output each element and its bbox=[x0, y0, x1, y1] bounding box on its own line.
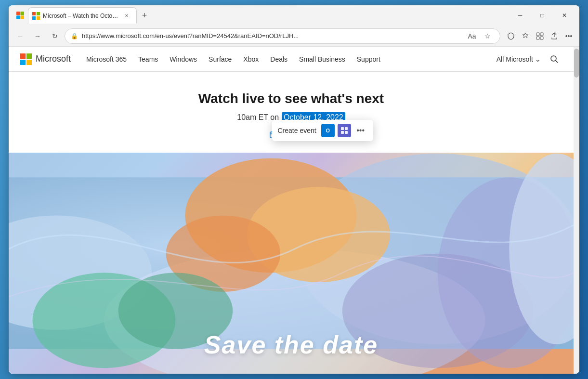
svg-rect-12 bbox=[540, 37, 543, 39]
collections-icon bbox=[536, 32, 544, 40]
shield-icon bbox=[507, 32, 515, 40]
svg-rect-8 bbox=[37, 16, 40, 20]
search-button[interactable] bbox=[547, 52, 562, 67]
logo-blue bbox=[20, 60, 26, 65]
microsoft-name: Microsoft bbox=[36, 54, 71, 64]
scrollbar-thumb[interactable] bbox=[574, 49, 579, 78]
refresh-button[interactable]: ↻ bbox=[47, 28, 63, 44]
tab-title: Microsoft – Watch the October bbox=[43, 13, 120, 19]
address-bar: ← → ↻ 🔒 https://www.microsoft.com/en-us/… bbox=[9, 26, 579, 47]
hero-title: Watch live to see what's next bbox=[20, 91, 562, 106]
logo-green bbox=[26, 53, 32, 59]
share-icon bbox=[550, 32, 558, 40]
hero-image: Save the date bbox=[9, 153, 574, 374]
hero-background: Save the date bbox=[9, 153, 574, 374]
svg-rect-11 bbox=[536, 37, 539, 39]
logo-yellow bbox=[26, 60, 32, 65]
share-button[interactable] bbox=[548, 29, 561, 43]
hero-section: Watch live to see what's next 10am ET on… bbox=[9, 72, 574, 153]
nav-smallbusiness[interactable]: Small Business bbox=[295, 53, 349, 65]
nav-support[interactable]: Support bbox=[353, 53, 384, 65]
microsoft-logo[interactable]: Microsoft bbox=[20, 53, 71, 65]
svg-rect-5 bbox=[32, 12, 36, 15]
nav-deals[interactable]: Deals bbox=[266, 53, 291, 65]
nav-microsoft365[interactable]: Microsoft 365 bbox=[82, 53, 131, 65]
active-tab[interactable]: Microsoft – Watch the October ✕ bbox=[28, 7, 137, 24]
all-microsoft-link[interactable]: All Microsoft ⌄ bbox=[497, 55, 541, 63]
tab-bar: Microsoft – Watch the October ✕ + bbox=[13, 5, 507, 26]
scrollbar-track[interactable] bbox=[574, 47, 579, 374]
outlook-calendar-button[interactable]: O bbox=[321, 124, 335, 137]
svg-rect-22 bbox=[345, 131, 348, 134]
svg-rect-7 bbox=[32, 16, 36, 20]
teams-calendar-button[interactable] bbox=[338, 124, 351, 137]
context-menu-label: Create event bbox=[278, 127, 316, 134]
maximize-button[interactable]: □ bbox=[531, 8, 553, 23]
chevron-down-icon: ⌄ bbox=[535, 55, 541, 63]
url-icons: Aa ☆ bbox=[465, 29, 494, 43]
page-content: Microsoft Microsoft 365 Teams Windows Su… bbox=[9, 47, 574, 374]
url-text: https://www.microsoft.com/en-us/event?ra… bbox=[82, 32, 461, 39]
browser-window: Microsoft – Watch the October ✕ + ─ □ ✕ … bbox=[9, 5, 579, 374]
svg-rect-20 bbox=[345, 127, 348, 130]
svg-rect-3 bbox=[16, 16, 20, 20]
more-options-button[interactable]: ••• bbox=[562, 29, 575, 43]
more-options-icon: ••• bbox=[356, 126, 365, 135]
search-icon bbox=[550, 55, 559, 64]
toolbar-icons: ••• bbox=[504, 29, 575, 43]
outlook-icon: O bbox=[326, 128, 330, 133]
context-menu: Create event O bbox=[272, 120, 373, 141]
svg-rect-9 bbox=[536, 33, 539, 36]
nav-surface[interactable]: Surface bbox=[205, 53, 235, 65]
new-tab-button[interactable]: + bbox=[137, 8, 152, 23]
context-menu-icons: O ••• bbox=[321, 124, 367, 137]
close-button[interactable]: ✕ bbox=[553, 8, 575, 23]
svg-line-14 bbox=[556, 60, 558, 63]
teams-icon bbox=[340, 127, 348, 134]
save-date-text: Save the date bbox=[204, 330, 378, 359]
tab-icon-area bbox=[13, 8, 28, 23]
microsoft-nav: Microsoft Microsoft 365 Teams Windows Su… bbox=[9, 47, 574, 72]
svg-rect-1 bbox=[16, 12, 20, 15]
svg-rect-19 bbox=[341, 127, 344, 130]
browser-extensions-button[interactable] bbox=[504, 29, 518, 43]
svg-rect-6 bbox=[37, 12, 40, 15]
browser-content-wrapper: Microsoft Microsoft 365 Teams Windows Su… bbox=[9, 47, 579, 374]
nav-windows[interactable]: Windows bbox=[166, 53, 201, 65]
logo-red bbox=[20, 53, 26, 59]
title-bar: Microsoft – Watch the October ✕ + ─ □ ✕ bbox=[9, 5, 579, 26]
nav-teams[interactable]: Teams bbox=[134, 53, 162, 65]
nav-xbox[interactable]: Xbox bbox=[239, 53, 262, 65]
window-controls: ─ □ ✕ bbox=[509, 8, 575, 23]
tab-close-button[interactable]: ✕ bbox=[123, 12, 131, 20]
star-icon bbox=[522, 32, 529, 40]
svg-rect-10 bbox=[540, 33, 543, 36]
microsoft-logo-grid bbox=[20, 53, 32, 65]
collections-button[interactable] bbox=[533, 29, 547, 43]
minimize-button[interactable]: ─ bbox=[509, 8, 531, 23]
back-button[interactable]: ← bbox=[13, 28, 28, 44]
context-more-button[interactable]: ••• bbox=[354, 124, 367, 137]
forward-button[interactable]: → bbox=[30, 28, 45, 44]
browser-icon bbox=[16, 12, 24, 19]
svg-rect-4 bbox=[21, 16, 25, 20]
read-aloud-button[interactable]: Aa bbox=[465, 29, 479, 43]
lock-icon: 🔒 bbox=[71, 33, 78, 39]
ms-nav-links: Microsoft 365 Teams Windows Surface Xbox… bbox=[82, 53, 485, 65]
svg-point-13 bbox=[551, 56, 556, 61]
tab-favicon bbox=[32, 12, 40, 20]
all-microsoft-text: All Microsoft bbox=[497, 55, 533, 63]
favorites-star-button[interactable] bbox=[519, 29, 532, 43]
svg-rect-2 bbox=[21, 12, 25, 15]
favorites-button[interactable]: ☆ bbox=[481, 29, 494, 43]
url-bar[interactable]: 🔒 https://www.microsoft.com/en-us/event?… bbox=[65, 28, 500, 44]
svg-rect-21 bbox=[341, 131, 344, 134]
ms-nav-right: All Microsoft ⌄ bbox=[497, 52, 562, 67]
